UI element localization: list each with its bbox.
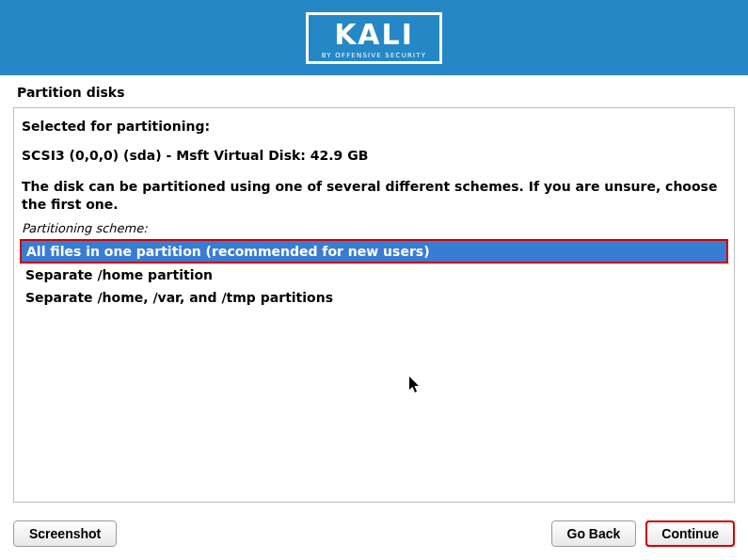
logo-text: KALI xyxy=(334,21,414,49)
partition-scheme-options: All files in one partition (recommended … xyxy=(20,239,728,309)
header-bar: KALI BY OFFENSIVE SECURITY xyxy=(0,0,748,75)
selected-for-partitioning-label: Selected for partitioning: xyxy=(14,118,734,136)
main-panel: Selected for partitioning: SCSI3 (0,0,0)… xyxy=(13,107,735,503)
disk-info: SCSI3 (0,0,0) (sda) - Msft Virtual Disk:… xyxy=(14,147,734,165)
footer-bar: Screenshot Go Back Continue xyxy=(0,507,748,560)
continue-button[interactable]: Continue xyxy=(645,520,735,547)
partitioning-scheme-label: Partitioning scheme: xyxy=(14,221,734,235)
logo-subtitle: BY OFFENSIVE SECURITY xyxy=(322,52,427,59)
option-separate-home[interactable]: Separate /home partition xyxy=(20,264,728,286)
go-back-button[interactable]: Go Back xyxy=(551,520,637,547)
partition-instruction: The disk can be partitioned using one of… xyxy=(14,178,734,214)
page-title: Partition disks xyxy=(0,75,748,107)
option-all-files-one-partition[interactable]: All files in one partition (recommended … xyxy=(20,239,728,264)
screenshot-button[interactable]: Screenshot xyxy=(13,520,117,547)
option-separate-home-var-tmp[interactable]: Separate /home, /var, and /tmp partition… xyxy=(20,286,728,309)
kali-logo: KALI BY OFFENSIVE SECURITY xyxy=(306,12,443,64)
